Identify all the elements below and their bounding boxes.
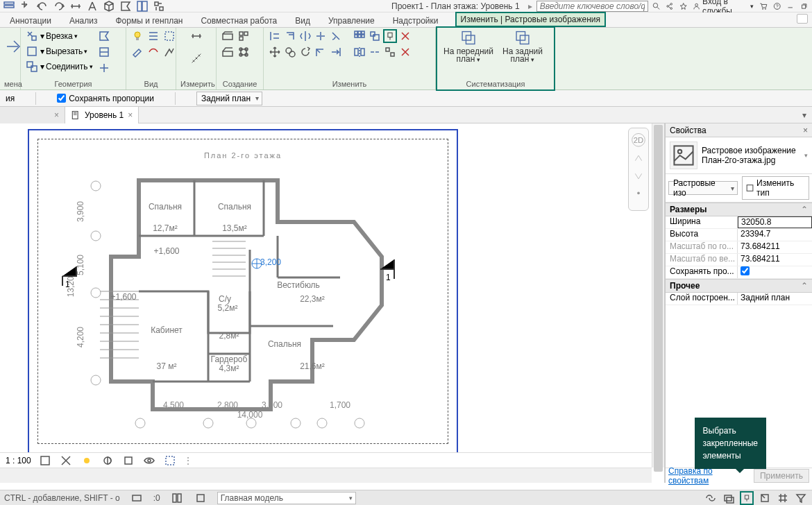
tab-manage[interactable]: Управление (327, 15, 376, 27)
rotate-icon[interactable] (298, 45, 312, 59)
assembly-icon[interactable] (237, 45, 251, 59)
editable-only-icon[interactable] (194, 491, 208, 505)
crop-icon[interactable] (121, 454, 135, 468)
paste-button[interactable]: ▾Врезка▾ (25, 29, 93, 43)
show-hidden-icon[interactable] (162, 29, 176, 43)
viewcube-icon[interactable]: 2D (629, 128, 648, 206)
split-face-icon[interactable] (97, 45, 111, 59)
dim-icon[interactable] (69, 0, 82, 13)
copy-icon[interactable] (283, 45, 297, 59)
tab-overflow-icon[interactable]: ▾ (797, 110, 812, 120)
share-icon[interactable] (666, 1, 673, 11)
extend-icon[interactable] (329, 45, 343, 59)
worksets-icon[interactable] (130, 491, 144, 505)
bring-front-button[interactable]: На передний план ▾ (443, 29, 493, 64)
sb-drag-icon[interactable] (776, 491, 790, 505)
corner-trim-icon[interactable] (314, 45, 328, 59)
wall-join-icon[interactable] (97, 61, 111, 75)
vertical-scrollbar[interactable] (652, 123, 664, 468)
restore-icon[interactable] (800, 1, 808, 11)
hide-isolate-icon[interactable] (142, 454, 156, 468)
draw-order-combo[interactable]: Задний план (196, 92, 262, 105)
minimize-icon[interactable] (786, 1, 794, 11)
split-icon[interactable] (314, 29, 328, 43)
bulb-icon[interactable] (130, 29, 144, 43)
keep-proportions-checkbox[interactable]: Сохранять пропорции (57, 94, 154, 103)
create-similar-icon[interactable] (221, 29, 235, 43)
search-icon[interactable] (652, 1, 660, 11)
navigation-bar[interactable]: 2D (628, 128, 649, 211)
doc-tab-blank[interactable]: × (0, 107, 65, 123)
cart-icon[interactable] (759, 1, 767, 11)
measure-icon[interactable] (185, 47, 208, 69)
cope-icon[interactable] (97, 29, 111, 43)
thin-lines-icon[interactable] (146, 29, 160, 43)
properties-close-icon[interactable]: × (803, 126, 808, 135)
trim-icon[interactable] (329, 29, 343, 43)
qat-redo-icon[interactable] (53, 0, 65, 13)
join-button[interactable]: ▾Соединить▾ (25, 60, 93, 74)
panel-icon[interactable] (136, 0, 149, 13)
qat-undo-icon[interactable] (36, 0, 49, 13)
paint-icon[interactable] (130, 45, 144, 59)
align-icon[interactable] (268, 29, 282, 43)
horizontal-scrollbar[interactable] (0, 468, 652, 483)
section-icon[interactable] (119, 0, 132, 13)
tab-modify-raster[interactable]: Изменить | Растровые изображения (455, 12, 607, 27)
demolish-icon[interactable] (162, 45, 176, 59)
main-model-combo[interactable]: Главная модель▾ (217, 492, 356, 504)
sun-path-icon[interactable] (80, 454, 94, 468)
tab-annotations[interactable]: Аннотации (8, 15, 53, 27)
send-back-button[interactable]: На задний план ▾ (498, 29, 548, 64)
design-options-icon[interactable] (170, 491, 184, 505)
delete-icon[interactable] (398, 45, 412, 59)
mirror-axis-icon[interactable] (298, 29, 312, 43)
edit-type-button[interactable]: Изменить тип (742, 176, 809, 200)
sb-select-face-icon[interactable] (758, 491, 772, 505)
ungroup-icon[interactable] (383, 45, 397, 59)
type-selector[interactable]: Растровое изображениеПлан-2го-этажа.jpg … (666, 137, 812, 174)
reveal-icon[interactable] (163, 454, 177, 468)
prop-width-input[interactable]: 32050.8 (738, 216, 812, 228)
prop-lock-checkbox[interactable] (738, 266, 812, 278)
move-icon[interactable] (268, 45, 282, 59)
array-icon[interactable] (353, 29, 366, 43)
family-icon[interactable] (237, 29, 251, 43)
doc-tab-level1[interactable]: Уровень 1 × (65, 107, 139, 123)
tab-analyze[interactable]: Анализ (68, 15, 99, 27)
ribbon-minimize-icon[interactable] (797, 14, 808, 24)
shadows-icon[interactable] (101, 454, 115, 468)
linework-icon[interactable] (146, 45, 160, 59)
text-icon[interactable] (86, 0, 99, 13)
help-icon[interactable] (773, 1, 781, 11)
apply-button[interactable]: Применить (754, 469, 809, 483)
delete2-icon[interactable] (368, 45, 382, 59)
prop-layer-value[interactable]: Задний план (738, 293, 812, 305)
vc-more-icon[interactable]: ⋮ (184, 456, 192, 465)
group-create-icon[interactable] (221, 45, 235, 59)
drawing-canvas[interactable]: План 2-го этажа (0, 123, 664, 483)
tab-addins[interactable]: Надстройки (391, 15, 440, 27)
close-tab-icon[interactable]: × (54, 110, 59, 120)
sb-select-underlay-icon[interactable] (722, 491, 736, 505)
tab-collab[interactable]: Совместная работа (199, 15, 278, 27)
aligned-dim-icon[interactable] (189, 29, 203, 43)
prop-height-value[interactable]: 23394.7 (738, 229, 812, 241)
tab-view[interactable]: Вид (294, 15, 312, 27)
sb-filter-icon[interactable] (794, 491, 808, 505)
tab-forms[interactable]: Формы и генплан (115, 15, 185, 27)
qat-arrow-icon[interactable] (19, 0, 32, 13)
sb-select-pinned-icon[interactable] (740, 491, 754, 505)
detail-level-icon[interactable] (38, 454, 52, 468)
close-tab-icon[interactable]: × (128, 110, 133, 120)
cut-button[interactable]: ▾Вырезать▾ (25, 44, 93, 58)
raster-image-selection[interactable]: План 2-го этажа (28, 129, 458, 454)
scale-icon[interactable] (368, 29, 382, 43)
mirror-pick-icon[interactable] (353, 45, 366, 59)
sb-select-links-icon[interactable] (704, 491, 718, 505)
offset-icon[interactable] (283, 29, 297, 43)
unpin-icon[interactable] (398, 29, 412, 43)
visual-style-icon[interactable] (59, 454, 73, 468)
app-menu-icon[interactable] (3, 0, 15, 13)
star-icon[interactable] (679, 1, 687, 11)
